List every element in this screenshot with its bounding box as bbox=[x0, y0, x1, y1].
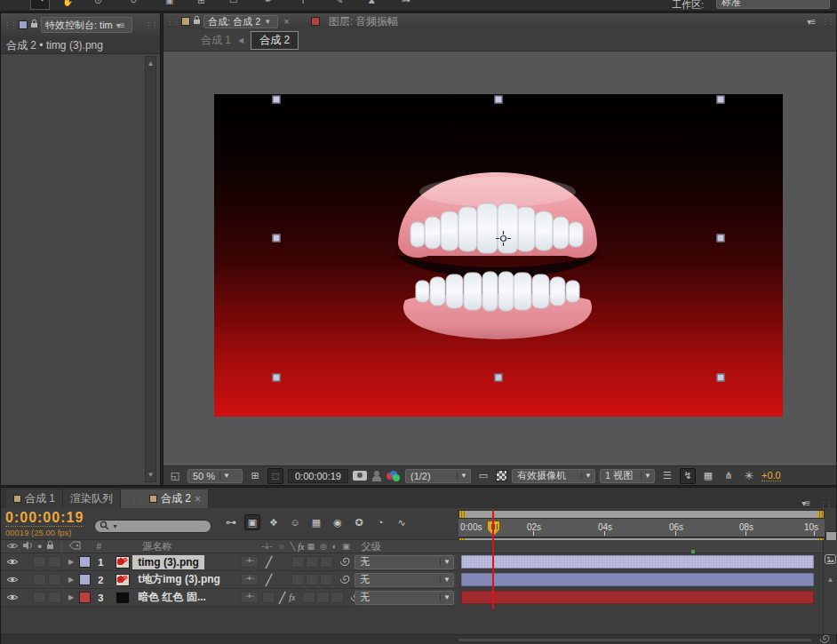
viewer-timecode[interactable]: 0:00:00:19 bbox=[288, 469, 348, 483]
pan-behind-tool-icon[interactable]: ⊞ bbox=[197, 0, 204, 5]
text-tool-icon[interactable]: T bbox=[300, 0, 306, 5]
switch-cell[interactable] bbox=[302, 592, 315, 603]
current-timecode[interactable]: 0:00:00:19 bbox=[5, 510, 84, 527]
layer1-duration-bar[interactable] bbox=[461, 555, 814, 568]
breadcrumb-comp2-current[interactable]: 合成 2 bbox=[251, 31, 299, 50]
shy-cell[interactable]: -⏚- bbox=[241, 574, 259, 585]
exposure-value[interactable]: +0.0 bbox=[761, 470, 781, 481]
workspace-dropdown[interactable]: 标准 bbox=[716, 0, 830, 9]
puppet-tool-icon[interactable]: ⊶ bbox=[402, 0, 411, 5]
switch-cell[interactable] bbox=[306, 556, 319, 568]
stamp-tool-icon[interactable]: ♟ bbox=[368, 0, 376, 5]
switch-cell[interactable] bbox=[320, 574, 333, 585]
selection-handle[interactable] bbox=[495, 374, 503, 382]
quality-switch[interactable]: ╱ bbox=[266, 574, 272, 586]
panel-grip[interactable]: ⋮⋮ bbox=[128, 496, 146, 502]
parent-column-header[interactable]: 父级 bbox=[362, 540, 381, 553]
view-layout-dropdown[interactable]: 1 视图▼ bbox=[600, 469, 655, 483]
work-area-top-strip[interactable] bbox=[458, 510, 825, 519]
layer-label-chip[interactable] bbox=[79, 556, 91, 568]
pick-whip-icon[interactable] bbox=[340, 573, 352, 587]
collapse-switch-icon[interactable]: ☼ bbox=[278, 542, 285, 551]
visibility-eye-icon[interactable] bbox=[6, 592, 19, 604]
panel-grip[interactable]: ⋮⋮ bbox=[817, 502, 834, 508]
selection-handle[interactable] bbox=[717, 374, 725, 382]
tab-render-queue[interactable]: 渲染队列 bbox=[63, 489, 121, 508]
selection-handle[interactable] bbox=[717, 235, 725, 242]
lock-cell[interactable] bbox=[48, 556, 61, 568]
mask-visibility-icon[interactable]: ⬚ bbox=[267, 468, 283, 484]
visibility-eye-icon[interactable] bbox=[6, 574, 19, 586]
audio-cell[interactable] bbox=[33, 556, 46, 568]
selection-tool-button[interactable]: ↖ bbox=[30, 0, 50, 10]
expand-arrow-icon[interactable]: ▶ bbox=[68, 593, 74, 601]
channel-icon[interactable] bbox=[387, 471, 401, 481]
viewer-viewport[interactable] bbox=[163, 52, 836, 465]
motion-blur-icon[interactable]: ◉ bbox=[330, 514, 346, 530]
grid-guides-icon[interactable]: ⊞ bbox=[247, 468, 263, 484]
exposure-shutter-icon[interactable]: ✳ bbox=[741, 468, 757, 484]
tab-layer-audio-amplitude[interactable]: 图层: 音频振幅 bbox=[329, 14, 399, 29]
quality-switch[interactable]: ╱ bbox=[279, 592, 285, 604]
frame-blend-switch-icon[interactable]: ▦ bbox=[307, 542, 315, 551]
draft-3d-icon[interactable]: ❖ bbox=[266, 514, 282, 530]
brainstorm-icon[interactable]: ✪ bbox=[351, 514, 367, 530]
zoom-tool-icon[interactable]: ⊙ bbox=[94, 0, 101, 5]
search-options-icon[interactable]: ▼ bbox=[112, 523, 118, 529]
switch-cell[interactable] bbox=[291, 556, 305, 568]
time-ruler[interactable]: 0:00s 02s 04s 06s 08s 10s bbox=[458, 508, 825, 540]
viewer-dropdown-icon[interactable]: ▼ bbox=[260, 18, 274, 26]
switch-cell[interactable] bbox=[316, 592, 330, 603]
tab-comp1[interactable]: 合成 1 bbox=[6, 489, 63, 508]
layer2-duration-bar[interactable] bbox=[461, 573, 814, 586]
rotate-tool-icon[interactable]: ↻ bbox=[130, 0, 137, 5]
switch-cell[interactable] bbox=[291, 574, 305, 585]
comp-mini-flowchart-icon[interactable]: ⊶ bbox=[223, 514, 239, 530]
comp-marker[interactable] bbox=[691, 550, 695, 553]
video-column-icon[interactable] bbox=[6, 540, 19, 553]
panel-grip[interactable]: ⋮⋮ bbox=[142, 22, 160, 28]
switch-cell[interactable] bbox=[306, 574, 319, 585]
lock-column-icon[interactable] bbox=[46, 540, 54, 553]
shy-switch-icon[interactable]: -⏚- bbox=[261, 542, 272, 552]
audio-cell[interactable] bbox=[33, 592, 46, 603]
share-view-icon[interactable]: ☰ bbox=[659, 468, 675, 484]
search-box[interactable]: ▼ bbox=[94, 520, 211, 533]
selection-handle[interactable] bbox=[273, 235, 281, 242]
shape-tool-icon[interactable]: ▭ bbox=[229, 0, 237, 5]
mini-flowchart-icon[interactable]: ⋔ bbox=[721, 468, 737, 484]
transparency-grid-icon[interactable] bbox=[496, 470, 507, 481]
panel-menu-icon[interactable]: ▾≡ bbox=[113, 20, 128, 30]
release-whip-icon[interactable] bbox=[820, 632, 832, 644]
fast-preview-icon[interactable]: ↯ bbox=[680, 468, 696, 484]
audio-column-icon[interactable] bbox=[22, 540, 33, 553]
panel-menu-icon[interactable]: ▾≡ bbox=[798, 498, 813, 508]
parent-dropdown[interactable]: 无▼ bbox=[355, 591, 454, 605]
live-update-icon[interactable]: ▣ bbox=[244, 514, 260, 530]
snapshot-icon[interactable] bbox=[353, 471, 367, 481]
work-area-start-handle[interactable] bbox=[459, 511, 466, 518]
selection-handle[interactable] bbox=[273, 374, 281, 382]
auto-keyframe-icon[interactable]: ◔ bbox=[372, 514, 388, 530]
anchor-point-icon[interactable] bbox=[496, 231, 511, 246]
3d-switch-icon[interactable]: ▣ bbox=[342, 542, 350, 551]
motion-blur-switch-icon[interactable]: ◎ bbox=[320, 542, 327, 551]
source-name-column-header[interactable]: 源名称 bbox=[142, 540, 171, 553]
layer-label-chip[interactable] bbox=[79, 592, 91, 603]
vertical-scrollbar[interactable]: ▲ ▼ bbox=[145, 56, 156, 482]
switch-cell[interactable] bbox=[320, 556, 333, 568]
quality-switch[interactable]: ╱ bbox=[266, 556, 272, 568]
tab-comp2[interactable]: ⋮⋮ 合成 2 × bbox=[121, 489, 209, 508]
viewer-lock-icon[interactable] bbox=[193, 15, 201, 28]
region-of-interest-icon[interactable]: ◱ bbox=[167, 468, 183, 484]
graph-editor-icon[interactable]: ∿ bbox=[394, 514, 410, 530]
label-column-icon[interactable] bbox=[68, 540, 81, 553]
hand-tool-icon[interactable]: ✋ bbox=[62, 0, 73, 6]
panel-grip[interactable]: ⋮⋮ bbox=[1, 22, 19, 28]
zoom-slider-track[interactable] bbox=[458, 639, 811, 641]
lock-cell[interactable] bbox=[48, 592, 61, 603]
close-tab-icon[interactable]: × bbox=[283, 16, 289, 27]
adjustment-switch-icon[interactable]: ◐ bbox=[332, 542, 337, 551]
layer-name[interactable]: timg (3).png bbox=[132, 555, 204, 569]
tab-effect-controls[interactable]: 特效控制台: tim ▾≡ bbox=[41, 17, 132, 33]
